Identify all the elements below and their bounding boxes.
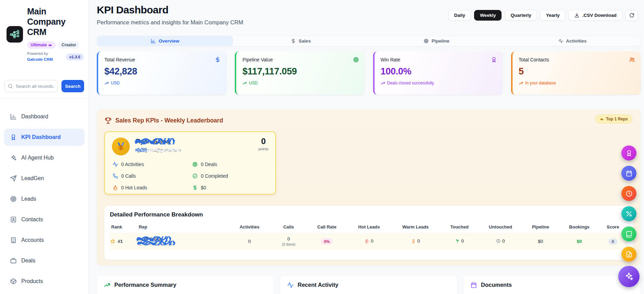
sidebar-item-accounts[interactable]: Accounts bbox=[4, 232, 84, 249]
stat-calls: 0 Calls bbox=[113, 170, 192, 182]
csv-download-label: .CSV Download bbox=[582, 13, 617, 18]
fab-file-button[interactable] bbox=[621, 247, 636, 262]
fab-award-button[interactable] bbox=[621, 145, 636, 161]
tab-activities[interactable]: Activities bbox=[505, 36, 641, 46]
col-hot-leads: Hot Leads bbox=[346, 222, 392, 233]
top-reps-label: Top 1 Reps bbox=[606, 117, 628, 121]
company-logo[interactable] bbox=[7, 26, 23, 43]
sidebar-item-label: Deals bbox=[21, 258, 35, 264]
sidebar-item-label: Leads bbox=[21, 196, 36, 202]
sidebar-item-contacts[interactable]: Contacts bbox=[4, 211, 84, 228]
kpi-value: 5 bbox=[519, 66, 634, 77]
performance-summary-card: Performance Summary bbox=[97, 276, 274, 294]
sidebar-item-leadgen[interactable]: LeadGen bbox=[4, 170, 84, 187]
sidebar-item-deals[interactable]: Deals bbox=[4, 252, 84, 269]
bottom-cards-row: Performance Summary Recent Activity Docu… bbox=[97, 276, 641, 294]
quarterly-button[interactable]: Quarterly bbox=[505, 10, 537, 21]
powered-by-link[interactable]: Galcode CRM bbox=[27, 57, 53, 61]
clock-icon bbox=[496, 239, 501, 243]
thermometer-icon bbox=[411, 239, 416, 243]
target-icon bbox=[353, 57, 359, 63]
leaderboard-panel: Sales Rep KPIs - Weekly Leaderboard Top … bbox=[97, 109, 641, 266]
trend-up-icon bbox=[104, 282, 111, 289]
company-name: Main Company CRM bbox=[27, 6, 84, 37]
sidebar-item-label: KPI Dashboard bbox=[21, 134, 61, 140]
role-badge: Creator bbox=[58, 41, 80, 49]
star-icon bbox=[110, 239, 115, 244]
fab-ai-assistant-button[interactable] bbox=[618, 266, 640, 287]
sidebar-item-products[interactable]: Products bbox=[4, 273, 84, 290]
sparkles-icon bbox=[10, 154, 17, 161]
documents-card: Documents bbox=[463, 276, 641, 294]
building-icon bbox=[10, 237, 17, 244]
cell-pipeline: $0 bbox=[521, 233, 560, 250]
refresh-icon bbox=[629, 13, 634, 18]
col-touched: Touched bbox=[439, 222, 480, 233]
users-icon bbox=[629, 57, 635, 63]
plan-badge: Ultimate bbox=[27, 41, 56, 49]
weekly-button[interactable]: Weekly bbox=[474, 10, 502, 21]
fab-clock-button[interactable] bbox=[621, 186, 636, 201]
sidebar-item-ai-agent-hub[interactable]: AI Agent Hub bbox=[4, 149, 84, 166]
book-icon bbox=[625, 231, 633, 238]
breakdown-title: Detailed Performance Breakdown bbox=[110, 211, 628, 218]
col-activities: Activities bbox=[230, 222, 269, 233]
col-bookings: Bookings bbox=[560, 222, 598, 233]
search-input[interactable] bbox=[15, 83, 55, 89]
csv-download-button[interactable]: .CSV Download bbox=[568, 10, 622, 21]
sparkles-icon bbox=[624, 272, 634, 281]
performance-breakdown-card: Detailed Performance Breakdown Rank Rep … bbox=[104, 206, 633, 260]
search-icon bbox=[8, 83, 13, 89]
avatar bbox=[112, 138, 130, 155]
clock-icon bbox=[625, 190, 633, 197]
cell-bookings: $0 bbox=[560, 233, 598, 250]
search-box[interactable] bbox=[4, 80, 58, 92]
check-circle-icon bbox=[192, 173, 198, 179]
sidebar-item-leads[interactable]: Leads bbox=[4, 190, 84, 208]
version-badge: v1.3.5 bbox=[66, 54, 84, 60]
leaderboard-title: Sales Rep KPIs - Weekly Leaderboard bbox=[115, 117, 223, 124]
main-content: KPI Dashboard Performance metrics and in… bbox=[89, 0, 644, 294]
tab-label: Overview bbox=[159, 38, 179, 44]
sidebar-item-label: Products bbox=[21, 278, 43, 284]
page-title: KPI Dashboard bbox=[97, 4, 169, 16]
fab-calendar-button[interactable] bbox=[621, 166, 636, 181]
rep-leaderboard-card[interactable]: Ryan Galea rg17galea@gmail.com 0 points … bbox=[104, 131, 276, 195]
kpi-cards-row: Total Revenue $42,828 USD Pipeline Value… bbox=[97, 51, 641, 95]
yearly-button[interactable]: Yearly bbox=[540, 10, 565, 21]
refresh-button[interactable] bbox=[625, 10, 638, 21]
fab-percent-button[interactable] bbox=[621, 206, 636, 221]
network-logo-icon bbox=[9, 28, 21, 40]
trophy-icon bbox=[104, 117, 112, 124]
daily-button[interactable]: Daily bbox=[448, 10, 471, 21]
sidebar-item-kpi-dashboard[interactable]: KPI Dashboard bbox=[4, 129, 84, 146]
tab-sales[interactable]: Sales bbox=[233, 36, 369, 46]
dollar-icon bbox=[192, 185, 198, 190]
stat-deals: 0 Deals bbox=[192, 158, 264, 170]
sidebar: Main Company CRM Ultimate Creator Powere… bbox=[0, 0, 89, 294]
trend-up-icon bbox=[519, 81, 523, 85]
recent-activity-card: Recent Activity bbox=[280, 276, 457, 294]
search-button[interactable]: Search bbox=[61, 80, 84, 92]
package-icon bbox=[10, 278, 17, 285]
activity-icon bbox=[113, 162, 118, 167]
breakdown-table: Rank Rep Activities Calls Call Rate Hot … bbox=[110, 222, 628, 250]
bar-chart-icon bbox=[151, 38, 156, 44]
trend-up-icon bbox=[381, 81, 385, 85]
kpi-card-win-rate: Win Rate 100.0% Deals closed successfull… bbox=[373, 51, 503, 95]
table-row[interactable]: #1 Ryan Galea rg17galea@gmail.com 0 bbox=[110, 233, 628, 250]
trend-up-icon bbox=[242, 81, 247, 85]
sprout-icon bbox=[455, 239, 460, 243]
fab-book-button[interactable] bbox=[621, 226, 636, 242]
call-rate-badge: 0% bbox=[321, 238, 333, 245]
sidebar-item-dashboard[interactable]: Dashboard bbox=[4, 108, 84, 125]
stat-activities: 0 Activities bbox=[113, 158, 192, 170]
tab-pipeline[interactable]: Pipeline bbox=[369, 36, 505, 46]
send-icon bbox=[10, 175, 17, 182]
activity-icon bbox=[287, 282, 294, 289]
tab-overview[interactable]: Overview bbox=[97, 36, 233, 46]
dollar-icon bbox=[291, 38, 296, 44]
contact-card-icon bbox=[10, 216, 17, 223]
calendar-icon bbox=[470, 282, 477, 289]
period-controls: Daily Weekly Quarterly Yearly .CSV Downl… bbox=[448, 10, 638, 21]
